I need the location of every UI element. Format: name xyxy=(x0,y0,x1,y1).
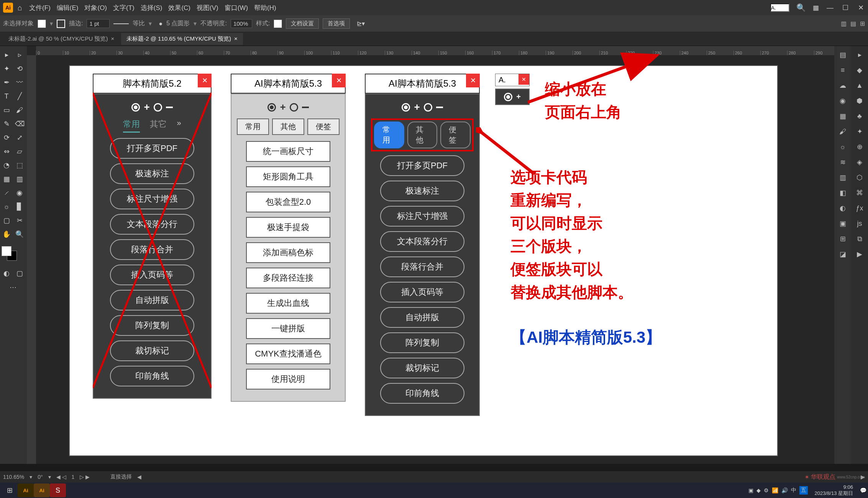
plus-icon[interactable]: + xyxy=(280,101,286,113)
minimize-button[interactable]: — xyxy=(826,3,834,12)
shape-builder-tool[interactable]: ◔ xyxy=(0,159,13,172)
minus-icon[interactable] xyxy=(302,107,309,108)
radio-icon[interactable] xyxy=(154,103,162,112)
libraries-icon[interactable]: ☁ xyxy=(836,79,849,92)
knob-row[interactable]: + xyxy=(237,101,340,113)
btn-page-num[interactable]: 插入页码等 xyxy=(110,265,194,285)
minus-icon[interactable] xyxy=(166,107,173,108)
stroke-width-input[interactable] xyxy=(87,19,110,28)
draw-mode[interactable]: ◐ xyxy=(0,267,13,280)
properties-icon[interactable]: ▤ xyxy=(836,48,849,61)
panel-icon[interactable]: ⊕ xyxy=(853,140,866,153)
menu-effect[interactable]: 效果(C) xyxy=(168,3,190,12)
btn-text-split[interactable]: 文本段落分行 xyxy=(110,214,194,235)
brush-tool[interactable]: 🖌 xyxy=(13,104,26,117)
btn-text-split[interactable]: 文本段落分行 xyxy=(380,231,464,252)
symbols-icon[interactable]: ☼ xyxy=(836,140,849,153)
panel-icon[interactable]: ⬡ xyxy=(853,171,866,184)
tray-volume-icon[interactable]: 🔊 xyxy=(781,487,788,493)
btn-para-merge[interactable]: 段落行合并 xyxy=(110,239,194,260)
artboard-number[interactable]: 1 xyxy=(72,474,75,480)
btn-fast-annotate[interactable]: 极速标注 xyxy=(110,163,194,184)
doc-tab-1[interactable]: 未标题-2.ai @ 50 % (CMYK/CPU 预览)× xyxy=(3,33,120,45)
tab-common[interactable]: 常用 xyxy=(237,118,269,135)
curvature-tool[interactable]: 〰 xyxy=(13,76,26,89)
stroke-icon[interactable]: ≋ xyxy=(836,156,849,169)
brush-label[interactable]: 5 点圆形 xyxy=(166,20,190,28)
btn-open-pdf[interactable]: 打开多页PDF xyxy=(110,138,194,159)
tab-other[interactable]: 其他 xyxy=(272,118,304,135)
radio-icon[interactable] xyxy=(504,93,512,101)
line-tool[interactable]: ╱ xyxy=(13,90,26,103)
taskbar-app[interactable]: S xyxy=(50,483,66,497)
gradient-icon[interactable]: ▥ xyxy=(836,171,849,184)
close-button[interactable]: ✕ xyxy=(332,74,346,87)
knob-row[interactable]: + xyxy=(371,101,474,113)
panel-icon[interactable]: ⌘ xyxy=(853,186,866,199)
plus-icon[interactable]: + xyxy=(516,92,521,101)
panel-icon[interactable]: ▶ xyxy=(853,248,866,261)
symbol-tool[interactable]: ☼ xyxy=(0,200,13,213)
tab-common[interactable]: 常用 xyxy=(374,122,404,148)
btn-round-rect[interactable]: 矩形圆角工具 xyxy=(246,166,330,187)
align-icon[interactable]: ⊵▾ xyxy=(357,20,365,27)
color-icon[interactable]: ◉ xyxy=(836,94,849,107)
arrange-icon[interactable]: ▦ xyxy=(813,4,819,12)
transparency-icon[interactable]: ◧ xyxy=(836,186,849,199)
start-button[interactable]: ⊞ xyxy=(2,483,18,497)
layers-icon[interactable]: ≡ xyxy=(836,64,849,77)
btn-open-pdf[interactable]: 打开多页PDF xyxy=(380,155,464,176)
pen-tool[interactable]: ✒ xyxy=(0,76,13,89)
btn-corner-lines[interactable]: 印前角线 xyxy=(380,383,464,404)
hand-tool[interactable]: ✋ xyxy=(0,228,13,241)
plus-icon[interactable]: + xyxy=(414,101,420,113)
selection-tool[interactable]: ▸ xyxy=(0,48,13,61)
radio-icon[interactable] xyxy=(402,103,410,112)
btn-bleed-line[interactable]: 生成出血线 xyxy=(246,293,330,314)
fill-swatch[interactable] xyxy=(38,20,46,28)
pathfinder-icon[interactable]: ◪ xyxy=(836,248,849,261)
panel-icon-2[interactable]: ▤ xyxy=(850,20,856,27)
menu-type[interactable]: 文字(T) xyxy=(113,3,135,12)
btn-box-type[interactable]: 包装盒型2.0 xyxy=(246,192,330,212)
knob-row[interactable]: + xyxy=(99,101,205,113)
btn-add-colorbar[interactable]: 添加画稿色标 xyxy=(246,242,330,263)
btn-one-impose[interactable]: 一键拼版 xyxy=(246,318,330,339)
direct-selection-tool[interactable]: ▹ xyxy=(13,48,26,61)
panel-icon[interactable]: ◆ xyxy=(853,64,866,77)
btn-crop-marks[interactable]: 裁切标记 xyxy=(110,340,194,361)
menu-view[interactable]: 视图(V) xyxy=(197,3,218,12)
btn-dim-enhance[interactable]: 标注尺寸增强 xyxy=(380,206,464,227)
plus-icon[interactable]: + xyxy=(144,101,149,113)
panel-icon[interactable]: ◈ xyxy=(853,156,866,169)
style-swatch[interactable] xyxy=(274,20,282,28)
btn-handbag[interactable]: 极速手提袋 xyxy=(246,217,330,238)
artboard-nav[interactable]: ◀ ◁ xyxy=(56,474,66,480)
btn-array-copy[interactable]: 阵列复制 xyxy=(380,332,464,353)
scroll-left-icon[interactable]: ◀ xyxy=(137,474,141,480)
rotation[interactable]: 0° xyxy=(38,474,43,480)
btn-crop-marks[interactable]: 裁切标记 xyxy=(380,358,464,378)
zoom-tool[interactable]: 🔍 xyxy=(13,228,26,241)
edit-toolbar[interactable]: ⋯ xyxy=(0,281,26,294)
panel-icon-1[interactable]: ▥ xyxy=(841,20,847,27)
graph-tool[interactable]: ▊ xyxy=(13,200,26,213)
doc-setup-button[interactable]: 文档设置 xyxy=(286,18,319,29)
taskbar-ai-1[interactable]: Ai xyxy=(18,483,34,497)
taskbar-ai-2[interactable]: Ai xyxy=(34,483,50,497)
radio-icon[interactable] xyxy=(290,103,298,112)
canvas[interactable]: 0102030405060708090100110120130140150160… xyxy=(27,46,834,464)
title-search[interactable] xyxy=(770,3,789,12)
doc-tab-2[interactable]: 未标题-2 @ 110.65 % (CMYK/CPU 预览)× xyxy=(121,33,243,45)
scale-tool[interactable]: ⤢ xyxy=(13,131,26,144)
gradient-tool[interactable]: ▥ xyxy=(13,173,26,186)
menu-help[interactable]: 帮助(H) xyxy=(254,3,276,12)
menu-file[interactable]: 文件(F) xyxy=(29,3,51,12)
panel-icon[interactable]: ♣ xyxy=(853,110,866,123)
btn-para-merge[interactable]: 段落行合并 xyxy=(380,256,464,277)
tray-icon[interactable]: 📶 xyxy=(772,487,778,493)
panel-icon-3[interactable]: ⊞ xyxy=(860,20,865,27)
stroke-swatch[interactable] xyxy=(57,20,65,28)
panel-icon[interactable]: ƒx xyxy=(853,202,866,215)
tray-icon[interactable]: ◆ xyxy=(756,487,761,493)
